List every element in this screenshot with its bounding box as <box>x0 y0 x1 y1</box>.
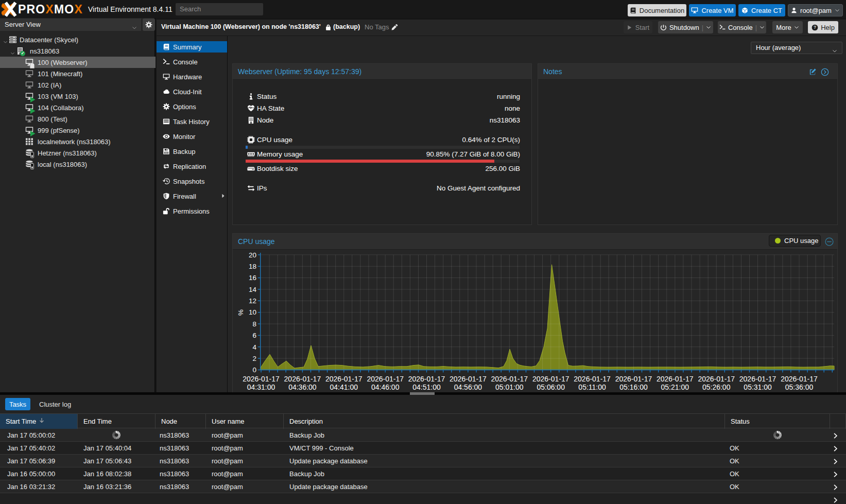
svg-text:14: 14 <box>249 286 257 293</box>
svg-text:2026-01-17: 2026-01-17 <box>325 375 362 383</box>
svg-text:16: 16 <box>249 274 256 282</box>
svg-text:04:36:00: 04:36:00 <box>288 383 317 391</box>
svg-text:2026-01-17: 2026-01-17 <box>450 375 487 383</box>
svg-text:04:31:00: 04:31:00 <box>247 383 275 391</box>
svg-text:2026-01-17: 2026-01-17 <box>367 375 404 383</box>
svg-text:2026-01-17: 2026-01-17 <box>243 375 280 383</box>
svg-text:2026-01-17: 2026-01-17 <box>615 375 652 383</box>
svg-text:04:51:00: 04:51:00 <box>412 383 441 391</box>
svg-text:2026-01-17: 2026-01-17 <box>781 375 818 383</box>
svg-text:?: ? <box>814 25 816 30</box>
svg-text:05:16:00: 05:16:00 <box>619 383 648 391</box>
svg-text:2026-01-17: 2026-01-17 <box>532 375 569 383</box>
svg-text:04:56:00: 04:56:00 <box>454 383 482 391</box>
svg-text:8: 8 <box>252 320 256 328</box>
svg-text:04:41:00: 04:41:00 <box>330 383 358 391</box>
svg-text:18: 18 <box>249 263 256 270</box>
svg-text:2026-01-17: 2026-01-17 <box>739 375 776 383</box>
svg-text:05:21:00: 05:21:00 <box>661 383 689 391</box>
svg-text:05:36:00: 05:36:00 <box>785 383 814 391</box>
svg-text:05:26:00: 05:26:00 <box>702 383 731 391</box>
svg-text:2026-01-17: 2026-01-17 <box>491 375 528 383</box>
svg-text:05:06:00: 05:06:00 <box>537 383 565 391</box>
svg-text:20: 20 <box>249 251 256 259</box>
svg-text:12: 12 <box>249 297 256 305</box>
svg-text:2026-01-17: 2026-01-17 <box>284 375 321 383</box>
svg-text:05:31:00: 05:31:00 <box>744 383 772 391</box>
svg-text:%: % <box>237 309 245 316</box>
svg-text:2026-01-17: 2026-01-17 <box>657 375 694 383</box>
svg-text:4: 4 <box>252 343 256 351</box>
svg-text:2026-01-17: 2026-01-17 <box>698 375 735 383</box>
svg-text:05:01:00: 05:01:00 <box>495 383 524 391</box>
svg-text:10: 10 <box>249 308 256 316</box>
svg-text:2026-01-17: 2026-01-17 <box>408 375 445 383</box>
svg-text:05:11:00: 05:11:00 <box>578 383 606 391</box>
svg-text:6: 6 <box>252 332 256 339</box>
svg-text:0: 0 <box>252 366 256 374</box>
svg-text:2: 2 <box>252 355 256 362</box>
svg-text:04:46:00: 04:46:00 <box>371 383 400 391</box>
svg-text:2026-01-17: 2026-01-17 <box>574 375 611 383</box>
